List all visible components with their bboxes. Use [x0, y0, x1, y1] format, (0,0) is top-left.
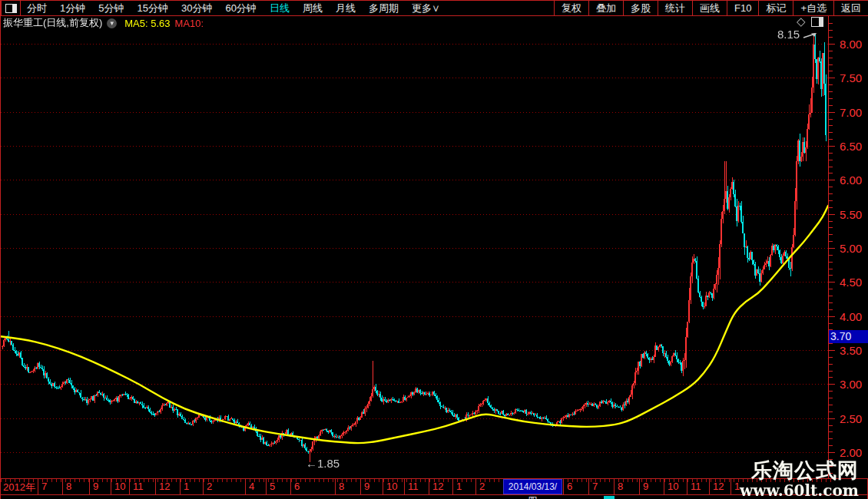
month-label: 10 — [386, 481, 397, 492]
month-separator — [38, 479, 38, 494]
price-tick-label: 5.00 — [840, 241, 862, 254]
month-separator — [62, 479, 63, 494]
month-separator — [335, 479, 336, 494]
price-tick — [829, 425, 833, 426]
period-menu: 分时1分钟5分钟15分钟30分钟60分钟日线周线月线多周期更多∨ — [21, 1, 554, 15]
tool-button-3[interactable]: 统计 — [658, 1, 692, 15]
period-item-7[interactable]: 周线 — [303, 1, 323, 15]
price-chart-canvas[interactable] — [1, 17, 828, 478]
tool-button-6[interactable]: 标记 — [758, 1, 793, 15]
period-item-4[interactable]: 30分钟 — [181, 1, 212, 15]
price-tick — [829, 160, 833, 160]
period-item-2[interactable]: 5分钟 — [98, 1, 124, 15]
high-price-annotation: 8.15 — [777, 28, 820, 41]
month-separator — [639, 479, 640, 494]
watermark-site-name: 乐淘公式网 — [740, 459, 859, 482]
price-tick — [829, 248, 835, 249]
month-label: 1 — [456, 481, 462, 492]
tool-button-4[interactable]: 画线 — [692, 1, 727, 15]
price-tick — [829, 255, 833, 256]
month-separator — [709, 479, 710, 494]
price-tick-label: 7.50 — [840, 71, 862, 84]
price-tick — [829, 309, 833, 310]
price-tick — [829, 105, 833, 106]
period-item-0[interactable]: 分时 — [27, 1, 47, 15]
split-panel-icon[interactable] — [811, 17, 823, 27]
price-tick — [829, 234, 833, 235]
price-tick — [829, 173, 833, 173]
tool-button-2[interactable]: 多股 — [623, 1, 658, 15]
month-separator — [687, 479, 687, 494]
price-tick — [829, 44, 835, 45]
chart-legend: 振华重工(日线,前复权) ▾ MA5: 5.63 MA10: — [3, 17, 204, 29]
month-separator — [614, 479, 615, 494]
price-tick — [829, 180, 835, 180]
tool-button-0[interactable]: 复权 — [554, 1, 588, 15]
price-tick-label: 3.00 — [840, 378, 862, 391]
tools-menu: 复权叠加多股统计画线F10标记+自选返回 — [554, 1, 868, 15]
period-item-8[interactable]: 月线 — [336, 1, 356, 15]
price-tick — [829, 227, 833, 228]
tool-button-5[interactable]: F10 — [727, 1, 758, 15]
layout-panel-button[interactable] — [2, 1, 21, 15]
period-item-6[interactable]: 日线 — [270, 1, 290, 15]
cursor-date-tag: 2014/03/13/四 — [503, 479, 562, 494]
price-tick — [829, 78, 835, 78]
tool-button-1[interactable]: 叠加 — [588, 1, 623, 15]
month-separator — [129, 479, 130, 494]
price-tick — [829, 58, 833, 58]
price-tick — [829, 438, 833, 439]
scroll-indicator[interactable] — [604, 496, 615, 499]
period-item-1[interactable]: 1分钟 — [60, 1, 85, 15]
price-tick — [829, 214, 835, 215]
price-tick-label: 5.50 — [840, 207, 862, 220]
price-tick — [829, 221, 833, 222]
watermark: 乐淘公式网 www.60lt.com — [740, 459, 859, 499]
bottom-strip — [1, 495, 868, 499]
panel-layout-icon — [5, 4, 17, 13]
month-separator — [588, 479, 589, 494]
price-tick — [829, 23, 833, 24]
arrow-right-icon — [803, 31, 820, 40]
diamond-marker-icon[interactable]: ◇ — [797, 16, 806, 27]
price-tick — [829, 445, 833, 446]
month-separator — [360, 479, 361, 494]
price-tick — [829, 71, 833, 71]
month-label: 2 — [207, 481, 212, 492]
price-tick — [829, 275, 833, 276]
month-label: 8 — [339, 481, 344, 492]
price-tick — [829, 391, 833, 392]
month-separator — [731, 479, 731, 494]
price-tick-label: 6.00 — [840, 173, 862, 187]
tool-button-8[interactable]: 返回 — [833, 1, 868, 15]
month-label: 8 — [618, 481, 623, 492]
month-separator — [429, 479, 429, 494]
month-separator — [203, 479, 204, 494]
chevron-down-icon[interactable]: ▾ — [107, 18, 117, 28]
price-tick — [829, 187, 833, 187]
price-tick — [829, 84, 833, 85]
price-tick — [829, 343, 833, 344]
period-item-5[interactable]: 60分钟 — [225, 1, 256, 15]
month-separator — [664, 479, 664, 494]
price-tick — [829, 241, 833, 242]
price-tick — [829, 37, 833, 38]
month-label: 11 — [691, 481, 701, 492]
price-tick-label: 7.00 — [840, 105, 862, 118]
time-axis: 2012年78910111212456891011121267891011121… — [1, 478, 868, 495]
period-item-9[interactable]: 多周期 — [369, 1, 399, 15]
month-label: 4 — [249, 481, 254, 492]
month-label: 12 — [159, 481, 170, 492]
price-tick — [829, 64, 833, 65]
ma10-value: MA10: — [175, 18, 204, 29]
tool-button-7[interactable]: +自选 — [793, 1, 833, 15]
month-label: 7 — [592, 481, 598, 492]
price-tick-label: 3.50 — [840, 343, 862, 356]
month-separator — [290, 479, 291, 494]
period-item-10[interactable]: 更多∨ — [412, 1, 440, 15]
period-item-3[interactable]: 15分钟 — [137, 1, 167, 15]
low-price-annotation: ←1.85 — [306, 457, 340, 470]
price-tick — [829, 364, 833, 365]
ma5-value: MA5: 5.63 — [124, 18, 170, 29]
price-axis: 2.002.503.003.504.004.505.005.506.006.50… — [828, 16, 868, 478]
